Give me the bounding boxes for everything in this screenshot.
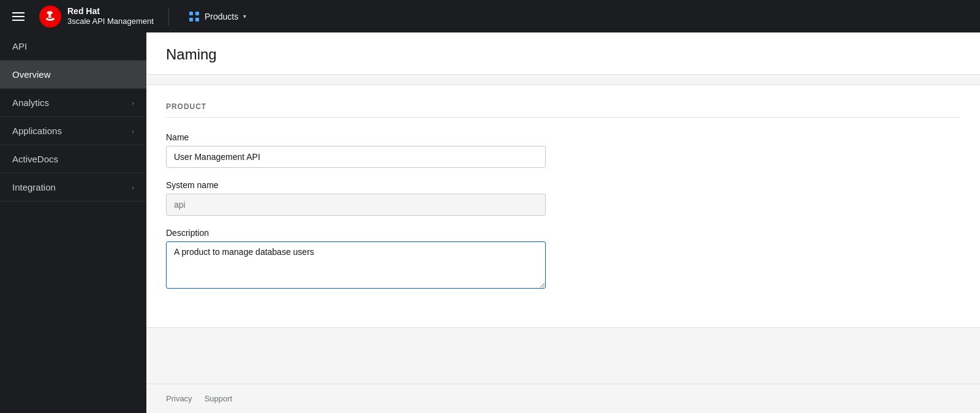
top-nav: Red Hat 3scale API Management Products ▾ [0,0,980,32]
description-label: Description [166,228,960,238]
products-nav[interactable]: Products ▾ [184,7,251,26]
brand: Red Hat 3scale API Management [39,6,154,28]
hamburger-menu[interactable] [10,10,27,23]
name-label: Name [166,132,960,142]
page-title: Naming [166,46,960,63]
form-section: PRODUCT Name System name Description A p… [146,85,980,328]
system-name-input[interactable] [166,194,546,216]
sidebar-item-api-label: API [12,41,27,51]
brand-name: Red Hat [67,6,154,17]
support-link[interactable]: Support [205,394,233,403]
section-label: PRODUCT [166,102,960,118]
products-grid-icon [189,11,200,22]
products-label: Products [205,12,238,21]
sidebar-item-overview-label: Overview [12,69,51,80]
nav-divider [168,7,169,26]
sidebar-item-applications[interactable]: Applications › [0,117,146,145]
gray-spacer [146,328,980,384]
redhat-logo-icon [39,6,61,28]
sidebar-item-integration-label: Integration [12,182,56,192]
svg-rect-3 [189,18,193,21]
products-chevron-icon: ▾ [243,13,246,20]
sidebar-item-analytics[interactable]: Analytics › [0,89,146,117]
svg-rect-2 [195,12,199,15]
sidebar-item-analytics-label: Analytics [12,97,49,108]
privacy-link[interactable]: Privacy [166,394,192,403]
main-content: Naming PRODUCT Name System name Descript… [146,32,980,413]
system-name-group: System name [166,180,960,216]
analytics-chevron-icon: › [132,99,134,107]
sidebar-item-activedocs[interactable]: ActiveDocs [0,145,146,173]
integration-chevron-icon: › [132,184,134,191]
page-header: Naming [146,32,980,75]
name-input[interactable] [166,146,546,168]
applications-chevron-icon: › [132,127,134,135]
sidebar-item-integration[interactable]: Integration › [0,173,146,202]
name-group: Name [166,132,960,168]
svg-rect-1 [189,12,193,15]
footer: Privacy Support [146,384,980,413]
system-name-label: System name [166,180,960,190]
sidebar: API Overview Analytics › Applications › … [0,32,146,413]
brand-product: 3scale API Management [67,17,154,27]
brand-text: Red Hat 3scale API Management [67,6,154,27]
sidebar-item-api[interactable]: API [0,32,146,61]
layout: API Overview Analytics › Applications › … [0,32,980,413]
sidebar-item-activedocs-label: ActiveDocs [12,154,58,164]
top-spacer [146,75,980,85]
description-group: Description A product to manage database… [166,228,960,290]
description-textarea[interactable]: A product to manage database users [166,241,546,289]
sidebar-item-overview[interactable]: Overview [0,61,146,89]
svg-rect-4 [195,18,199,21]
sidebar-item-applications-label: Applications [12,126,62,136]
